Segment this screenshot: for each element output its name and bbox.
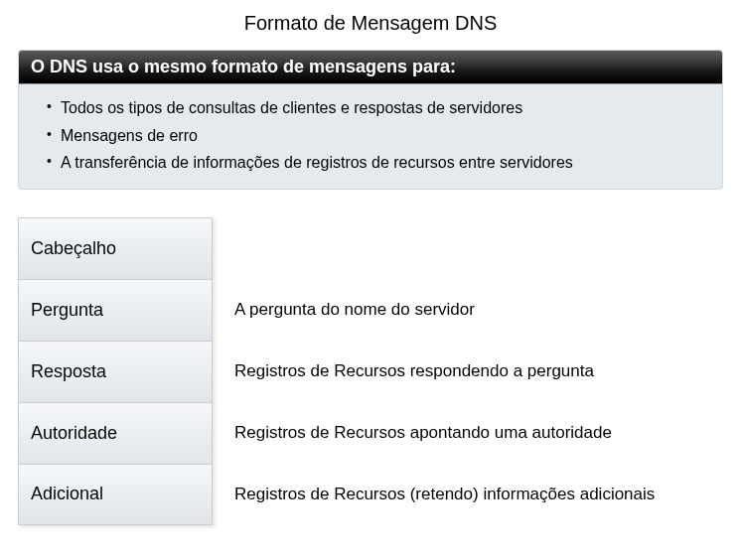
- section-label: Resposta: [18, 341, 213, 402]
- info-panel: O DNS usa o mesmo formato de mensagens p…: [18, 50, 723, 190]
- section-description: Registros de Recursos apontando uma auto…: [213, 402, 723, 464]
- section-row-additional: Adicional Registros de Recursos (retendo…: [18, 464, 723, 525]
- section-label: Cabeçalho: [18, 217, 213, 279]
- info-item: A transferência de informações de regist…: [33, 149, 708, 177]
- section-label: Pergunta: [18, 279, 213, 341]
- page-title: Formato de Mensagem DNS: [18, 12, 723, 35]
- info-panel-header: O DNS usa o mesmo formato de mensagens p…: [19, 51, 722, 84]
- info-panel-body: Todos os tipos de consultas de clientes …: [19, 84, 722, 189]
- section-description: [213, 217, 723, 279]
- section-label: Autoridade: [18, 402, 213, 464]
- section-row-header: Cabeçalho: [18, 217, 723, 279]
- info-item: Todos os tipos de consultas de clientes …: [33, 94, 708, 122]
- section-label: Adicional: [18, 464, 213, 525]
- section-row-authority: Autoridade Registros de Recursos apontan…: [18, 402, 723, 464]
- section-description: A pergunta do nome do servidor: [213, 279, 723, 341]
- section-row-answer: Resposta Registros de Recursos responden…: [18, 341, 723, 402]
- section-description: Registros de Recursos (retendo) informaç…: [213, 464, 723, 525]
- section-description: Registros de Recursos respondendo a perg…: [213, 341, 723, 402]
- message-sections: Cabeçalho Pergunta A pergunta do nome do…: [18, 217, 723, 525]
- section-row-question: Pergunta A pergunta do nome do servidor: [18, 279, 723, 341]
- info-item: Mensagens de erro: [33, 122, 708, 150]
